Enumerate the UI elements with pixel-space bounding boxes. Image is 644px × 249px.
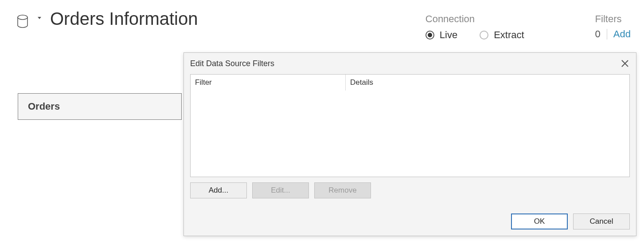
filters-list[interactable]: Filter Details [190, 74, 630, 177]
add-filter-button[interactable]: Add... [190, 182, 247, 198]
connection-live-label: Live [440, 29, 457, 41]
filters-section: Filters 0 Add [595, 9, 631, 40]
column-header-details[interactable]: Details [346, 78, 629, 87]
filters-add-link[interactable]: Add [613, 28, 631, 40]
edit-filter-button: Edit... [252, 182, 309, 198]
filters-label: Filters [595, 13, 631, 25]
ok-button[interactable]: OK [511, 213, 568, 229]
edit-data-source-filters-dialog: Edit Data Source Filters Filter Details … [183, 52, 636, 236]
connection-extract-label: Extract [494, 29, 524, 41]
dialog-titlebar: Edit Data Source Filters [184, 53, 636, 74]
column-header-filter[interactable]: Filter [191, 75, 346, 91]
radio-unselected-icon [480, 31, 488, 40]
connection-section: Connection Live Extract [425, 9, 524, 41]
table-pill-label: Orders [28, 101, 60, 112]
filters-count: 0 [595, 28, 601, 40]
dialog-title: Edit Data Source Filters [190, 59, 274, 68]
close-icon[interactable] [621, 59, 629, 67]
filters-list-header: Filter Details [191, 75, 629, 91]
connection-label: Connection [425, 13, 524, 25]
filters-divider [607, 29, 607, 40]
connection-extract-radio[interactable]: Extract [480, 29, 524, 41]
datasource-menu-caret-icon[interactable] [38, 17, 41, 19]
table-pill-orders[interactable]: Orders [18, 93, 182, 120]
svg-point-0 [18, 15, 27, 20]
radio-selected-icon [425, 31, 434, 40]
remove-filter-button: Remove [314, 182, 371, 198]
cancel-button[interactable]: Cancel [573, 213, 630, 229]
data-source-header: Orders Information Connection Live Extra… [16, 9, 631, 41]
connection-live-radio[interactable]: Live [425, 29, 457, 41]
database-icon[interactable] [16, 14, 30, 28]
datasource-title[interactable]: Orders Information [50, 9, 198, 28]
